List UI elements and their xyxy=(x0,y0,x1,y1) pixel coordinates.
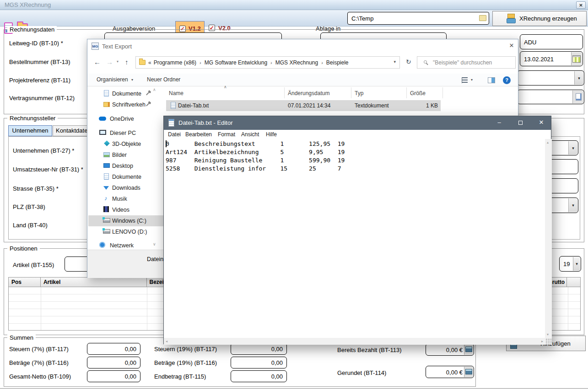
file-type: Textdokument xyxy=(355,102,389,109)
sidebar-item-bilder[interactable]: Bilder xyxy=(88,150,164,160)
rechnungsdaten-doc-field[interactable] xyxy=(517,90,584,104)
file-row-selected[interactable]: Datei-Tab.txt 07.01.2021 14:34 Textdokum… xyxy=(166,100,441,111)
organisieren-menu[interactable]: Organisieren xyxy=(97,76,128,83)
minimize-button[interactable]: – xyxy=(489,116,510,130)
betraege19-field[interactable]: 0,00 xyxy=(231,357,287,369)
file-date: 07.01.2021 14:34 xyxy=(288,102,330,109)
breadcrumb-item[interactable]: MGS XRechnung xyxy=(275,59,318,66)
vertical-scrollbar[interactable]: ▴ ▾ xyxy=(545,139,552,338)
sidebar-item-videos[interactable]: Videos xyxy=(88,204,164,215)
organisieren-dropdown-icon[interactable]: ▾ xyxy=(131,78,133,82)
col-header-date[interactable]: Änderungsdatum xyxy=(288,90,329,96)
combo-dropdown-icon[interactable]: ▾ xyxy=(574,71,583,85)
sidebar-item-dokumente-pinned[interactable]: Dokumente xyxy=(88,88,164,99)
bereits-bezahlt-field[interactable]: 0,00 € xyxy=(426,343,474,356)
sidebar-item-musik[interactable]: ♪Musik xyxy=(88,193,164,204)
col-divider[interactable] xyxy=(442,87,443,98)
col-header-groesse[interactable]: Größe xyxy=(410,90,426,96)
ablage-path-field[interactable]: C:\Temp xyxy=(347,12,489,25)
notepad-titlebar[interactable]: Datei-Tab.txt - Editor – ✕ xyxy=(164,116,551,130)
breadcrumb-overflow[interactable]: « xyxy=(148,59,151,66)
col-divider[interactable] xyxy=(284,87,285,98)
search-box[interactable]: "Beispiele" durchsuchen xyxy=(417,56,516,69)
col-pos[interactable]: Pos xyxy=(9,278,41,287)
tax-combo-arrow[interactable]: ▾ xyxy=(573,257,580,271)
col-divider[interactable] xyxy=(406,87,407,98)
sidebar-item-dieser-pc[interactable]: Dieser PC xyxy=(88,128,164,139)
sidebar-item-downloads[interactable]: Downloads xyxy=(88,182,164,193)
text-line: 987 Reinigung Baustelle 1 599,90 19 xyxy=(166,156,345,165)
back-icon[interactable]: ← xyxy=(94,58,101,66)
breadcrumb-chevron-icon: › xyxy=(270,60,272,65)
calculator-icon[interactable] xyxy=(465,369,472,374)
sidebar-item-desktop[interactable]: Desktop xyxy=(88,160,164,171)
neuer-ordner-button[interactable]: Neuer Ordner xyxy=(147,76,180,83)
doc-field-strip[interactable] xyxy=(572,91,583,103)
breadcrumb-item[interactable]: Programme (x86) xyxy=(154,59,196,66)
maximize-button[interactable] xyxy=(510,116,531,130)
sidebar-item-dokumente[interactable]: Dokumente xyxy=(88,171,164,182)
notepad-text-area[interactable]: 0 Beschreibungstext 1 125,95 19 Art124 A… xyxy=(164,139,545,338)
sidebar-item-lenovo-d[interactable]: LENOVO (D:) xyxy=(88,226,164,237)
steuern7-field[interactable]: 0,00 xyxy=(87,343,140,355)
scroll-down-icon[interactable]: ▾ xyxy=(547,332,549,337)
col-divider[interactable] xyxy=(351,87,351,98)
xrechnung-erzeugen-button[interactable]: XRechnung erzeugen xyxy=(492,11,587,26)
main-titlebar[interactable]: MGS XRechnung ✕ xyxy=(0,0,588,10)
gesamtnetto-field[interactable]: 0,00 xyxy=(87,370,140,382)
col-header-name[interactable]: Name xyxy=(169,90,183,96)
menu-ansicht[interactable]: Ansicht xyxy=(241,131,259,138)
up-icon[interactable]: ↑ xyxy=(125,58,129,66)
kuerzel-field[interactable]: ADU xyxy=(520,34,583,49)
sidebar-item-3d-objekte[interactable]: 3D-Objekte xyxy=(88,139,164,150)
refresh-icon[interactable]: ↻ xyxy=(406,58,411,65)
col-artikel[interactable]: Artikel xyxy=(41,278,147,287)
resize-grip[interactable] xyxy=(545,338,552,345)
main-close-button[interactable]: ✕ xyxy=(576,1,586,9)
breadcrumb[interactable]: « Programme (x86) › MG Software Entwickl… xyxy=(135,56,400,69)
breadcrumb-dropdown-icon[interactable]: ▾ xyxy=(394,59,396,64)
view-list-icon[interactable] xyxy=(460,77,468,83)
dialog-titlebar[interactable]: MG Text Export ✕ xyxy=(87,39,518,53)
scroll-up-icon[interactable]: ▴ xyxy=(547,140,549,144)
folder-browse-icon[interactable] xyxy=(479,15,486,21)
scroll-right-icon[interactable]: ▸ xyxy=(541,339,543,343)
col-extra[interactable] xyxy=(567,278,580,287)
sidebar-scroll-down-icon[interactable]: ∨ xyxy=(153,242,156,246)
calculator-icon[interactable] xyxy=(465,347,472,352)
betraege7-field[interactable]: 0,00 xyxy=(87,357,140,369)
document-page-icon[interactable] xyxy=(576,93,582,101)
horizontal-scrollbar[interactable]: ◂ ▸ xyxy=(164,338,545,345)
bereits-calc-strip[interactable] xyxy=(464,344,473,355)
breadcrumb-item[interactable]: MG Software Entwicklung xyxy=(205,59,267,66)
text-file-icon xyxy=(171,102,176,109)
gerundet-field[interactable]: 0,00 € xyxy=(426,366,474,378)
datum-field[interactable]: 13.02.2021 xyxy=(520,51,583,66)
forward-icon[interactable]: → xyxy=(106,58,113,66)
sidebar-item-onedrive[interactable]: OneDrive xyxy=(88,113,164,124)
gerundet-calc-strip[interactable] xyxy=(464,367,473,377)
help-icon[interactable]: ? xyxy=(503,76,511,84)
close-button[interactable]: ✕ xyxy=(531,116,552,130)
view-dropdown-icon[interactable]: ▾ xyxy=(471,78,473,82)
menu-datei[interactable]: Datei xyxy=(168,131,181,138)
rechnungsdaten-combo[interactable]: ▾ xyxy=(517,70,584,85)
sidebar-item-windows-c[interactable]: Windows (C:) xyxy=(88,215,164,226)
preview-pane-icon[interactable] xyxy=(488,77,495,83)
scroll-left-icon[interactable]: ◂ xyxy=(166,339,167,343)
menu-format[interactable]: Format xyxy=(218,131,235,138)
tax-rate-combo[interactable]: 19 ▾ xyxy=(559,256,581,272)
right-combo-1-arrow[interactable]: ▾ xyxy=(568,141,577,155)
tab-unternehmen[interactable]: Unternehmen xyxy=(8,125,52,136)
right-combo-2-arrow[interactable]: ▾ xyxy=(568,198,577,212)
col-header-typ[interactable]: Typ xyxy=(355,90,363,96)
calendar-icon[interactable] xyxy=(572,55,581,63)
dialog-close-button[interactable]: ✕ xyxy=(507,42,517,50)
recent-locations-icon[interactable]: ▾ xyxy=(117,59,119,64)
menu-hilfe[interactable]: Hilfe xyxy=(266,131,277,138)
menu-bearbeiten[interactable]: Bearbeiten xyxy=(185,131,212,138)
sidebar-item-schriftverkeh[interactable]: Schriftverkeh xyxy=(88,99,164,110)
endbetrag-field[interactable]: 0,00 xyxy=(231,370,287,382)
datum-icon-strip[interactable] xyxy=(571,52,582,65)
breadcrumb-item[interactable]: Beispiele xyxy=(326,59,349,66)
